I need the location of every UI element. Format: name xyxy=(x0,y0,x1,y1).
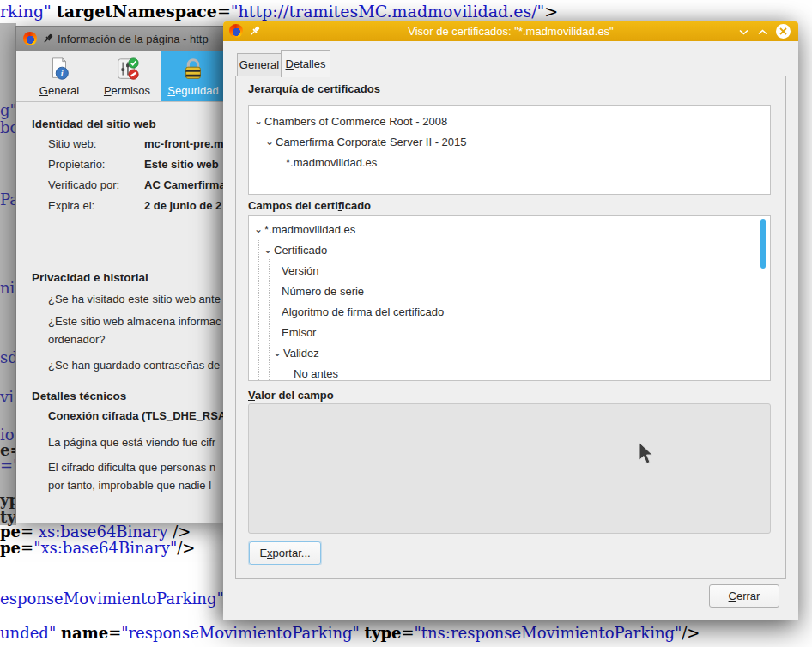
chevron-down-icon[interactable]: ⌄ xyxy=(254,224,264,234)
code-seg: type xyxy=(365,624,402,642)
code-seg: /> xyxy=(177,539,195,557)
chevron-down-icon[interactable]: ⌄ xyxy=(254,116,264,126)
hierarchy-label: Jerarquía de certificados xyxy=(248,82,380,95)
document-info-icon: i xyxy=(45,57,73,82)
code-seg: rking" xyxy=(0,2,57,21)
tree-item-label: *.madmovilidad.es xyxy=(264,223,355,236)
code-seg: pe xyxy=(0,523,21,541)
code-seg: "responseMovimientoParking" xyxy=(121,624,364,642)
field-item-cert[interactable]: ⌄ *.madmovilidad.es xyxy=(249,219,770,239)
field-item-serial[interactable]: Número de serie xyxy=(249,281,770,301)
hierarchy-item-root[interactable]: ⌄ Chambers of Commerce Root - 2008 xyxy=(249,111,770,131)
minimize-button[interactable] xyxy=(736,25,750,39)
code-fragment: ni xyxy=(0,279,15,297)
tab-label: General xyxy=(39,84,79,97)
tree-item-label: Versión xyxy=(282,264,318,277)
privacy-question: ordenador? xyxy=(48,333,106,346)
code-line-response-parking: esponseMovimientoParking"> xyxy=(0,590,237,608)
code-seg: = xyxy=(217,2,231,21)
field-item-signature-algorithm[interactable]: Algoritmo de firma del certificado xyxy=(249,301,770,322)
certificate-hierarchy-tree: ⌄ Chambers of Commerce Root - 2008 ⌄ Cam… xyxy=(248,105,771,195)
tab-general[interactable]: General xyxy=(237,53,281,76)
chevron-down-icon[interactable]: ⌄ xyxy=(273,348,283,358)
tree-item-label: No antes xyxy=(294,367,338,380)
cert-viewer-titlebar[interactable]: Visor de certificados: "*.madmovilidad.e… xyxy=(223,21,798,41)
hierarchy-item-intermediate[interactable]: ⌄ Camerfirma Corporate Server II - 2015 xyxy=(249,131,770,152)
row-label: Sitio web: xyxy=(48,137,96,150)
code-seg: xs:base64Binary xyxy=(39,523,168,541)
privacy-question: ¿Se han guardado contraseñas de xyxy=(48,359,220,372)
code-seg: "xs:base64Binary" xyxy=(33,539,177,557)
field-item-version[interactable]: Versión xyxy=(249,260,770,281)
scrollbar-thumb[interactable] xyxy=(760,219,766,269)
field-value-label: Valor del campo xyxy=(248,389,334,402)
permissions-sliders-icon xyxy=(113,57,141,82)
close-dialog-button[interactable]: Cerrar xyxy=(709,584,779,608)
cert-viewer-title: Visor de certificados: "*.madmovilidad.e… xyxy=(223,21,798,41)
row-label: Verificado por: xyxy=(48,178,119,191)
tab-label: General xyxy=(239,58,279,71)
hierarchy-item-leaf[interactable]: *.madmovilidad.es xyxy=(249,152,770,172)
maximize-button[interactable] xyxy=(755,25,769,39)
certificate-fields-tree: ⌄ *.madmovilidad.es ⌄ Certificado Versió… xyxy=(248,215,771,381)
tab-seguridad-pageinfo[interactable]: Seguridad xyxy=(161,51,226,101)
svg-text:i: i xyxy=(61,69,64,78)
code-fragment: vi xyxy=(0,388,14,406)
chevron-down-icon[interactable]: ⌄ xyxy=(265,136,276,147)
details-panel: Jerarquía de certificados ⌄ Chambers of … xyxy=(235,76,786,579)
certificate-viewer-dialog: Visor de certificados: "*.madmovilidad.e… xyxy=(223,21,798,620)
row-label: Expira el: xyxy=(48,199,94,212)
tab-label: Seguridad xyxy=(167,84,218,97)
code-fragment: g" xyxy=(0,101,17,119)
field-item-not-before[interactable]: No antes xyxy=(249,363,770,381)
tree-item-label: *.madmovilidad.es xyxy=(286,156,377,169)
code-seg: > xyxy=(544,2,558,21)
field-value-textarea[interactable] xyxy=(248,403,771,534)
page-info-title: Información de la página - http xyxy=(16,27,224,51)
export-button[interactable]: Exportar... xyxy=(249,541,321,565)
page-info-titlebar[interactable]: Información de la página - http xyxy=(16,27,224,51)
field-item-validity[interactable]: ⌄ Validez xyxy=(249,342,770,363)
identity-heading: Identidad del sitio web xyxy=(32,118,156,130)
technical-line: por tanto, improbable que nadie l xyxy=(48,479,211,492)
button-label: Cerrar xyxy=(729,590,760,602)
button-label: Exportar... xyxy=(259,547,310,559)
field-item-issuer[interactable]: Emisor xyxy=(249,322,770,342)
code-seg: = xyxy=(108,624,121,642)
fields-label: Campos del certificado xyxy=(248,199,371,212)
row-value: Este sitio web xyxy=(144,158,219,171)
tree-guide-line xyxy=(288,362,288,378)
tree-guide-line xyxy=(258,239,259,380)
tab-general-pageinfo[interactable]: i General xyxy=(27,51,92,101)
code-seg: = xyxy=(21,523,39,541)
row-value: 2 de junio de 2 xyxy=(144,199,221,212)
tab-label: Detalles xyxy=(286,57,326,70)
code-seg: unded" xyxy=(0,624,61,642)
tree-item-label: Validez xyxy=(283,347,319,360)
close-icon[interactable] xyxy=(776,24,791,39)
code-line-base64-1: pe= xs:base64Binary /> xyxy=(0,523,191,541)
chevron-down-icon[interactable]: ⌄ xyxy=(264,245,274,255)
code-seg: /> xyxy=(167,523,191,541)
row-value: AC Camerfirma xyxy=(144,178,226,191)
code-seg: = xyxy=(401,624,414,642)
tree-item-label: Emisor xyxy=(282,326,316,339)
field-item-certificado[interactable]: ⌄ Certificado xyxy=(249,239,770,260)
page-info-dialog: Información de la página - http i Genera… xyxy=(15,26,225,523)
tree-item-label: Algoritmo de firma del certificado xyxy=(282,305,444,318)
security-lock-icon xyxy=(179,57,207,82)
connection-cipher: Conexión cifrada (TLS_DHE_RSA_ xyxy=(48,409,233,422)
privacy-question: ¿Este sitio web almacena informac xyxy=(48,315,221,328)
tab-label: Permisos xyxy=(104,84,150,97)
tab-permisos-pageinfo[interactable]: Permisos xyxy=(94,51,161,101)
privacy-question: ¿Se ha visitado este sitio web ante xyxy=(48,293,221,305)
row-label: Propietario: xyxy=(48,158,105,171)
code-line-target-namespace: rking" targetNamespace="http://tramitesM… xyxy=(0,2,558,21)
technical-line: La página que está viendo fue cifr xyxy=(48,436,215,449)
tree-item-label: Número de serie xyxy=(282,285,364,298)
tree-item-label: Chambers of Commerce Root - 2008 xyxy=(264,115,447,128)
code-seg: "tns:responseMovimientoParking" xyxy=(415,624,682,642)
tree-item-label: Certificado xyxy=(274,244,327,257)
tab-detalles[interactable]: Detalles xyxy=(281,50,330,77)
code-seg: = xyxy=(21,539,33,557)
